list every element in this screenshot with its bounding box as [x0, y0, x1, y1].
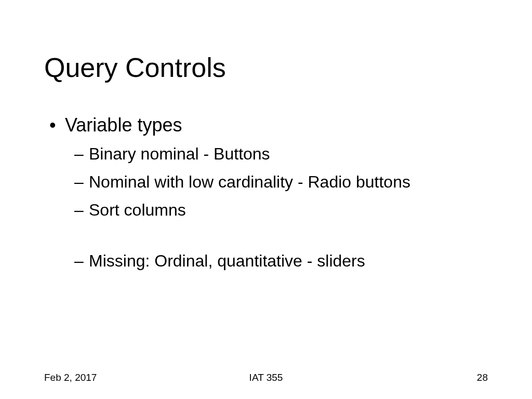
dash-marker-icon: – — [74, 171, 84, 192]
subitem: – Missing: Ordinal, quantitative - slide… — [89, 250, 488, 271]
bullet-level1-text: Variable types — [65, 114, 182, 136]
slide-title: Query Controls — [44, 52, 488, 83]
subitem: – Sort columns — [89, 200, 488, 220]
subitem-text: Binary nominal - Buttons — [89, 144, 270, 163]
dash-marker-icon: – — [74, 200, 84, 220]
footer-page-number: 28 — [477, 372, 488, 383]
subitem-text: Nominal with low cardinality - Radio but… — [89, 172, 410, 191]
dash-marker-icon: – — [74, 143, 84, 164]
footer-date: Feb 2, 2017 — [44, 372, 97, 383]
slide-footer: Feb 2, 2017 IAT 355 28 — [0, 372, 532, 383]
subitem-text: Sort columns — [89, 201, 186, 219]
slide-container: Query Controls •Variable types – Binary … — [0, 0, 532, 399]
bullet-level1: •Variable types — [65, 114, 488, 136]
sublist: – Binary nominal - Buttons – Nominal wit… — [65, 143, 488, 271]
subitem: – Nominal with low cardinality - Radio b… — [89, 171, 488, 192]
list-spacer — [89, 228, 488, 250]
bullet-marker-icon: • — [49, 114, 65, 136]
slide-content: •Variable types – Binary nominal - Butto… — [44, 114, 488, 271]
subitem: – Binary nominal - Buttons — [89, 143, 488, 164]
footer-course: IAT 355 — [249, 372, 283, 383]
subitem-text: Missing: Ordinal, quantitative - sliders — [89, 251, 365, 270]
dash-marker-icon: – — [74, 250, 84, 271]
